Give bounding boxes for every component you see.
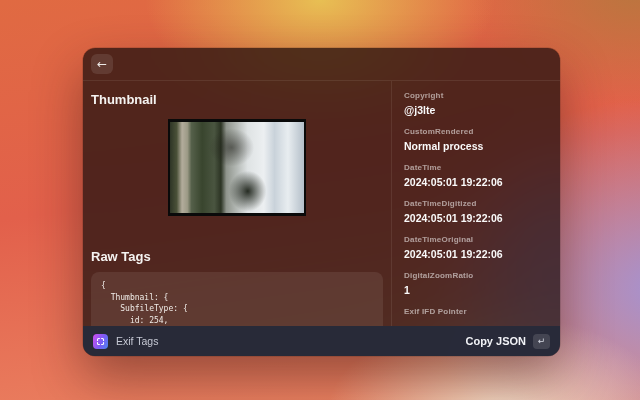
- metadata-field-value: Normal process: [404, 140, 548, 152]
- footer-action-bar: Exif Tags Copy JSON ↵: [83, 326, 560, 356]
- back-arrow-icon: ←: [97, 58, 107, 70]
- app-name-label: Exif Tags: [116, 335, 158, 347]
- metadata-field-label: CustomRendered: [404, 127, 548, 136]
- metadata-field-label: DateTimeOriginal: [404, 235, 548, 244]
- code-line: SubfileType: {: [101, 303, 373, 315]
- metadata-field-value: 2024:05:01 19:22:06: [404, 248, 548, 260]
- metadata-field-digitalzoomratio: DigitalZoomRatio 1: [404, 271, 548, 296]
- exif-viewer-window: ← Thumbnail Raw Tags { Thumbnail: { Subf…: [83, 48, 560, 356]
- thumbnail-image-frame: [168, 119, 306, 216]
- metadata-field-value: 2024:05:01 19:22:06: [404, 176, 548, 188]
- metadata-field-label: Copyright: [404, 91, 548, 100]
- metadata-field-datetimedigitized: DateTimeDigitized 2024:05:01 19:22:06: [404, 199, 548, 224]
- copy-json-button[interactable]: Copy JSON ↵: [465, 334, 550, 349]
- code-line: {: [101, 280, 373, 292]
- metadata-field-label: DateTimeDigitized: [404, 199, 548, 208]
- metadata-field-copyright: Copyright @j3lte: [404, 91, 548, 116]
- metadata-field-label: DateTime: [404, 163, 548, 172]
- metadata-field-exififdpointer: Exif IFD Pointer: [404, 307, 548, 316]
- metadata-field-datetimeoriginal: DateTimeOriginal 2024:05:01 19:22:06: [404, 235, 548, 260]
- raw-tags-section-title: Raw Tags: [91, 250, 383, 264]
- thumbnail-section-title: Thumbnail: [91, 93, 383, 107]
- main-column: Thumbnail Raw Tags { Thumbnail: { Subfil…: [83, 81, 391, 326]
- code-line: Thumbnail: {: [101, 292, 373, 304]
- desktop-background: { "icons": { "back_arrow": "←", "return_…: [0, 0, 640, 400]
- metadata-field-label: Exif IFD Pointer: [404, 307, 548, 316]
- window-body: Thumbnail Raw Tags { Thumbnail: { Subfil…: [83, 81, 560, 326]
- thumbnail-image: [170, 122, 304, 213]
- metadata-field-value: 1: [404, 284, 548, 296]
- back-button[interactable]: ←: [91, 54, 113, 74]
- raw-tags-code-block[interactable]: { Thumbnail: { SubfileType: { id: 254, v…: [91, 272, 383, 326]
- metadata-field-customrendered: CustomRendered Normal process: [404, 127, 548, 152]
- metadata-field-label: DigitalZoomRatio: [404, 271, 548, 280]
- code-line: id: 254,: [101, 315, 373, 327]
- window-header: ←: [83, 48, 560, 81]
- metadata-field-value: 2024:05:01 19:22:06: [404, 212, 548, 224]
- viewfinder-icon: [96, 337, 105, 346]
- metadata-field-value: @j3lte: [404, 104, 548, 116]
- viewfinder-app-icon: [93, 334, 108, 349]
- metadata-field-datetime: DateTime 2024:05:01 19:22:06: [404, 163, 548, 188]
- copy-json-label: Copy JSON: [465, 335, 526, 347]
- return-key-icon: ↵: [533, 334, 550, 349]
- metadata-panel[interactable]: Copyright @j3lte CustomRendered Normal p…: [391, 81, 560, 326]
